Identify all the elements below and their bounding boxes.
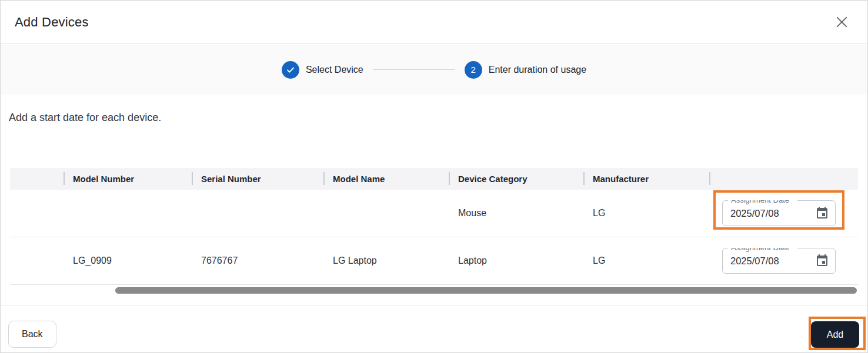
table-row: Mouse LG Assignment Date *: [10, 190, 858, 237]
column-header-empty: [10, 168, 64, 190]
column-header-assignment: [709, 168, 858, 190]
calendar-icon: [815, 254, 829, 268]
step-select-device: Select Device: [282, 61, 363, 79]
table-header-row: Model Number Serial Number Model Name De…: [10, 168, 858, 190]
cell-assignment-date: Assignment Date *: [709, 248, 858, 274]
stepper-connector: [373, 69, 455, 70]
cell-serial-number: 7676767: [192, 255, 323, 266]
table-row: LG_0909 7676767 LG Laptop Laptop LG Assi…: [10, 237, 858, 285]
instruction-text: Add a start date for each device.: [9, 112, 161, 124]
column-header-serial-number: Serial Number: [192, 168, 323, 190]
column-header-manufacturer: Manufacturer: [583, 168, 709, 190]
cell-device-category: Mouse: [449, 208, 583, 218]
calendar-icon: [815, 206, 829, 220]
cell-device-category: Laptop: [449, 255, 583, 266]
cell-manufacturer: LG: [583, 208, 709, 218]
assignment-date-input-row1[interactable]: [723, 208, 799, 219]
assignment-date-label: Assignment Date *: [728, 248, 797, 252]
assignment-date-field-row1[interactable]: Assignment Date *: [722, 200, 836, 226]
assignment-date-label: Assignment Date *: [728, 200, 797, 204]
modal-footer: Back Add: [1, 305, 867, 352]
cell-model-number: LG_0909: [64, 255, 192, 266]
column-header-device-category: Device Category: [449, 168, 583, 190]
modal-title: Add Devices: [15, 15, 89, 30]
step-enter-duration: 2 Enter duration of usage: [465, 61, 586, 79]
calendar-picker-button-row1[interactable]: [814, 206, 830, 221]
assignment-date-field-row2[interactable]: Assignment Date *: [722, 248, 836, 274]
column-header-model-name: Model Name: [323, 168, 449, 190]
stepper: Select Device 2 Enter duration of usage: [1, 45, 867, 95]
add-devices-modal: Add Devices Select Device 2 Ente: [0, 0, 868, 353]
calendar-picker-button-row2[interactable]: [814, 253, 830, 268]
step-1-circle: [282, 61, 299, 79]
step-2-circle: 2: [465, 61, 482, 79]
step-2-label: Enter duration of usage: [489, 65, 586, 75]
modal-header: Add Devices: [1, 1, 867, 44]
cell-model-name: LG Laptop: [323, 255, 449, 266]
assignment-date-input-row2[interactable]: [723, 255, 799, 267]
cell-manufacturer: LG: [583, 255, 709, 266]
horizontal-scrollbar[interactable]: [115, 287, 857, 294]
device-table: Model Number Serial Number Model Name De…: [10, 168, 858, 285]
close-icon: [835, 15, 849, 29]
close-button[interactable]: [833, 14, 850, 31]
add-button[interactable]: Add: [811, 321, 859, 348]
step-1-label: Select Device: [306, 65, 363, 75]
cell-assignment-date: Assignment Date *: [709, 200, 858, 226]
back-button[interactable]: Back: [8, 321, 56, 348]
column-header-model-number: Model Number: [64, 168, 192, 190]
check-icon: [286, 65, 295, 75]
